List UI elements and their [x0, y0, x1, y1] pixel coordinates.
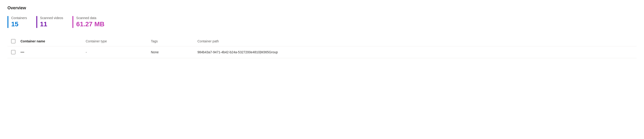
header-checkbox-cell — [8, 38, 19, 44]
table-row: — - None 984b43a7-9471-4b42-b24a-5327200… — [8, 46, 636, 58]
header-container-path: Container path — [196, 38, 636, 44]
row-container-type: - — [84, 49, 149, 55]
header-container-name: Container name — [19, 38, 84, 44]
header-checkbox[interactable] — [11, 39, 15, 43]
stat-scanned-data: Scanned data 61.27 MB — [72, 16, 104, 28]
row-tags: None — [149, 49, 196, 55]
row-container-path: 984b43a7-9471-4b42-b24a-5327200e4810|M36… — [196, 49, 636, 55]
overview-section: Overview Containers 15 Scanned videos 11… — [8, 6, 636, 58]
row-checkbox[interactable] — [11, 50, 15, 54]
stat-scanned-videos-label: Scanned videos — [40, 16, 63, 20]
stat-scanned-data-value: 61.27 MB — [76, 21, 104, 28]
stat-scanned-data-label: Scanned data — [76, 16, 104, 20]
row-container-name: — — [19, 49, 84, 55]
stat-scanned-videos: Scanned videos 11 — [36, 16, 63, 28]
page-title: Overview — [8, 6, 636, 10]
row-checkbox-cell — [8, 49, 19, 55]
table-header: Container name Container type Tags Conta… — [8, 36, 636, 46]
header-tags: Tags — [149, 38, 196, 44]
stats-row: Containers 15 Scanned videos 11 Scanned … — [8, 16, 636, 28]
stat-scanned-videos-value: 11 — [40, 21, 63, 28]
stat-containers: Containers 15 — [8, 16, 27, 28]
header-container-type: Container type — [84, 38, 149, 44]
containers-table: Container name Container type Tags Conta… — [8, 36, 636, 58]
stat-containers-label: Containers — [11, 16, 27, 20]
stat-containers-value: 15 — [11, 21, 27, 28]
